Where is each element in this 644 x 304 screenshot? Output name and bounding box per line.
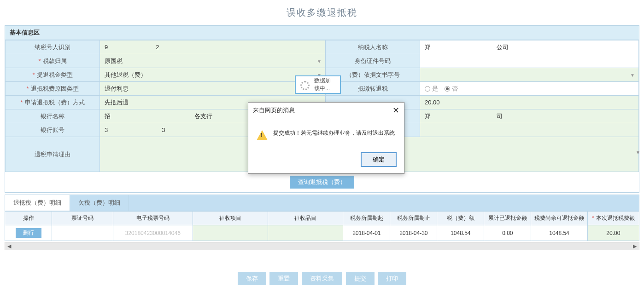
cell-pend: 2018-04-30 <box>390 225 437 241</box>
collect-button[interactable]: 资料采集 <box>302 272 342 285</box>
cell-thisround[interactable]: 20.00 <box>587 225 639 241</box>
cell-refunded: 0.00 <box>484 225 531 241</box>
detail-tabs: 退抵税（费）明细 欠税（费）明细 <box>5 195 639 211</box>
label-apply-way: 申请退抵税（费）方式 <box>20 99 84 106</box>
cell-pstart: 2018-04-01 <box>343 225 390 241</box>
scroll-right-icon[interactable]: ▶ <box>631 242 639 250</box>
cell-item[interactable]: ▼ <box>193 225 268 241</box>
select-tax-belong[interactable]: 原国税▼ <box>100 54 326 68</box>
chevron-down-icon: ▼ <box>630 72 635 77</box>
th-thisround: 本次退抵税费额 <box>587 212 639 225</box>
label-bank-name: 银行名称 <box>6 109 100 123</box>
radio-yes-icon[interactable] <box>425 86 430 92</box>
reset-button[interactable]: 重置 <box>269 272 298 285</box>
th-refunded: 累计已退抵金额 <box>484 212 531 225</box>
cell-cert <box>52 225 113 241</box>
th-cert: 票证号码 <box>52 212 113 225</box>
th-subitem: 征收品目 <box>268 212 343 225</box>
dialog-message: 提交成功！若无需继续办理业务，请及时退出系统 <box>273 129 395 137</box>
chevron-down-icon: ▼ <box>636 149 640 155</box>
message-dialog: 来自网页的消息 ✕ 提交成功！若无需继续办理业务，请及时退出系统 确定 <box>248 102 404 174</box>
section-header: 基本信息区 <box>5 26 639 40</box>
label-reason: 退税申请理由 <box>6 137 100 172</box>
save-button[interactable]: 保存 <box>238 272 266 285</box>
value-taxpayer-name: 郑 公司 <box>420 40 639 54</box>
label-refund-type: 提退税金类型 <box>32 71 72 78</box>
select-refund-type[interactable]: 其他退税（费）▼ <box>100 68 326 82</box>
chevron-down-icon: ▼ <box>317 58 322 63</box>
radio-no-icon[interactable] <box>445 86 450 92</box>
warning-icon <box>257 130 268 140</box>
table-row: 删行 320180423000014046 ▼ ▼ 2018-04-01 201… <box>5 225 639 241</box>
label-id-no: 身份证件号码 <box>326 54 420 68</box>
label-tax-belong: 税款归属 <box>38 57 66 64</box>
select-doc-no[interactable]: ▼ <box>420 68 639 82</box>
tab-owed-detail[interactable]: 欠税（费）明细 <box>70 195 129 211</box>
th-pstart: 税务所属期起 <box>343 212 390 225</box>
close-icon[interactable]: ✕ <box>392 105 399 115</box>
print-button[interactable]: 打印 <box>378 272 406 285</box>
radio-istransfer[interactable]: 是 否 <box>420 82 639 96</box>
detail-table: 操作 票证号码 电子税票号码 征收项目 征收品目 税务所属期起 税务所属期止 税… <box>5 211 639 241</box>
input-taxpayer-id[interactable]: 9 2 <box>100 40 326 54</box>
th-op: 操作 <box>5 212 52 225</box>
cell-remain: 1048.54 <box>531 225 587 241</box>
dialog-title: 来自网页的消息 <box>253 106 295 115</box>
action-bar: 保存 重置 资料采集 提交 打印 <box>0 272 644 285</box>
spinner-icon <box>300 81 310 90</box>
ok-button[interactable]: 确定 <box>361 152 397 167</box>
loading-toast: 数据加载中... <box>295 75 341 94</box>
page-title: 误收多缴退抵税 <box>0 0 644 25</box>
tab-refund-detail[interactable]: 退抵税（费）明细 <box>5 195 70 211</box>
delete-row-button[interactable]: 删行 <box>16 228 41 238</box>
input-empty-r7[interactable] <box>420 123 639 137</box>
th-remain: 税费尚余可退抵金额 <box>531 212 587 225</box>
select-reason-type[interactable]: 退付利息 <box>100 82 326 96</box>
query-button[interactable]: 查询退抵税（费） <box>290 176 354 189</box>
label-taxpayer-name: 纳税人名称 <box>326 40 420 54</box>
input-id-no[interactable] <box>420 54 639 68</box>
horizontal-scrollbar[interactable]: ◀ ▶ <box>5 242 639 250</box>
label-reason-type: 退抵税费原因类型 <box>26 85 78 92</box>
th-tax: 税（费）额 <box>437 212 484 225</box>
cell-subitem[interactable]: ▼ <box>268 225 343 241</box>
input-account-name[interactable]: 郑 司 <box>420 109 639 123</box>
th-ecert: 电子税票号码 <box>113 212 193 225</box>
submit-button[interactable]: 提交 <box>346 272 375 285</box>
label-taxpayer-id: 纳税号人识别 <box>6 40 100 54</box>
scroll-left-icon[interactable]: ◀ <box>5 242 13 250</box>
loading-text: 数据加载中... <box>314 77 335 92</box>
th-pend: 税务所属期止 <box>390 212 437 225</box>
cell-tax: 1048.54 <box>437 225 484 241</box>
th-item: 征收项目 <box>193 212 268 225</box>
cell-ecert: 320180423000014046 <box>113 225 193 241</box>
input-amount[interactable]: 20.00 <box>420 96 639 109</box>
label-bank-acct: 银行账号 <box>6 123 100 137</box>
